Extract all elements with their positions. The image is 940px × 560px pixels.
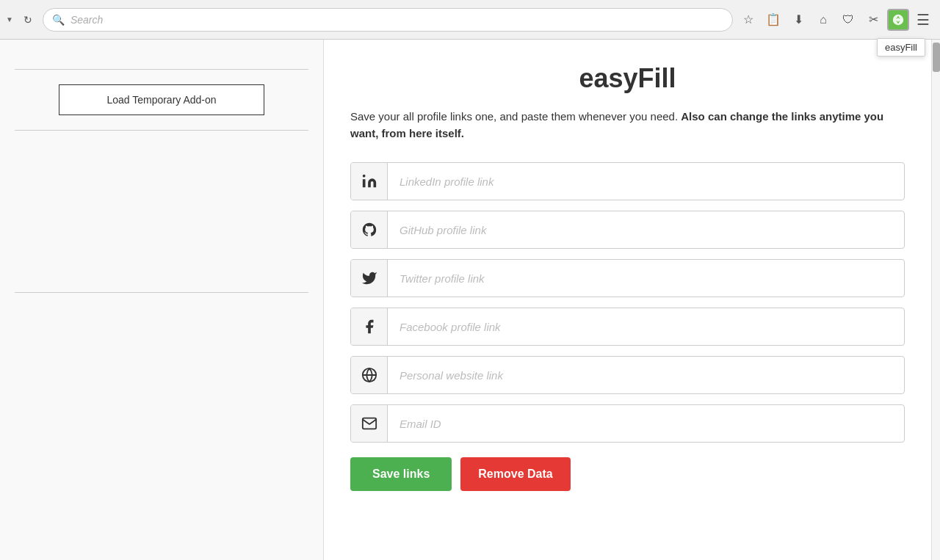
clipboard-icon[interactable]: 📋 — [762, 9, 784, 31]
easyfill-tooltip: easyFill — [877, 38, 925, 57]
remove-data-button[interactable]: Remove Data — [460, 457, 570, 491]
download-icon[interactable]: ⬇ — [787, 9, 809, 31]
search-bar[interactable]: 🔍 Search — [43, 8, 733, 32]
scrollbar[interactable] — [931, 40, 940, 560]
divider-bottom — [15, 292, 308, 293]
github-input[interactable] — [388, 215, 904, 245]
tab-dropdown[interactable]: ▼ — [6, 15, 13, 23]
home-icon[interactable]: ⌂ — [812, 9, 834, 31]
facebook-icon — [351, 308, 388, 345]
app-subtitle: Save your all profile links one, and pas… — [350, 109, 905, 142]
app-title: easyFill — [350, 63, 905, 94]
website-row — [350, 356, 905, 394]
search-icon: 🔍 — [52, 14, 65, 26]
website-input[interactable] — [388, 360, 904, 390]
left-panel: Load Temporary Add-on — [0, 40, 323, 560]
divider-top — [15, 69, 308, 70]
divider-mid — [15, 130, 308, 131]
load-addon-button[interactable]: Load Temporary Add-on — [59, 84, 264, 115]
linkedin-icon — [351, 163, 388, 200]
tool-icon[interactable]: ✂ — [862, 9, 884, 31]
menu-icon[interactable]: ☰ — [912, 8, 934, 32]
twitter-input[interactable] — [388, 263, 904, 294]
twitter-icon — [351, 260, 388, 297]
search-placeholder: Search — [70, 14, 103, 26]
svg-point-1 — [362, 175, 365, 178]
popup-panel: easyFill Save your all profile links one… — [323, 40, 931, 560]
github-row — [350, 211, 905, 249]
facebook-input[interactable] — [388, 312, 904, 342]
content-area: Load Temporary Add-on easyFill Save your… — [0, 40, 940, 560]
github-icon — [351, 211, 388, 248]
bookmark-star-icon[interactable]: ☆ — [737, 9, 759, 31]
shield-icon[interactable]: 🛡 — [837, 9, 859, 31]
linkedin-row — [350, 162, 905, 200]
toolbar-icons: ☆ 📋 ⬇ ⌂ 🛡 ✂ ☰ — [737, 8, 934, 32]
facebook-row — [350, 308, 905, 346]
scrollbar-thumb[interactable] — [933, 43, 940, 72]
browser-toolbar: ▼ ↻ 🔍 Search ☆ 📋 ⬇ ⌂ 🛡 ✂ ☰ easyFill — [0, 0, 940, 40]
linkedin-input[interactable] — [388, 167, 904, 197]
twitter-row — [350, 259, 905, 297]
reload-button[interactable]: ↻ — [18, 10, 38, 30]
action-buttons: Save links Remove Data — [350, 457, 905, 491]
easyfill-extension-icon[interactable] — [887, 9, 909, 31]
website-icon — [351, 357, 388, 393]
email-input[interactable] — [388, 409, 904, 439]
email-icon — [351, 405, 388, 442]
save-links-button[interactable]: Save links — [350, 457, 452, 491]
email-row — [350, 404, 905, 443]
